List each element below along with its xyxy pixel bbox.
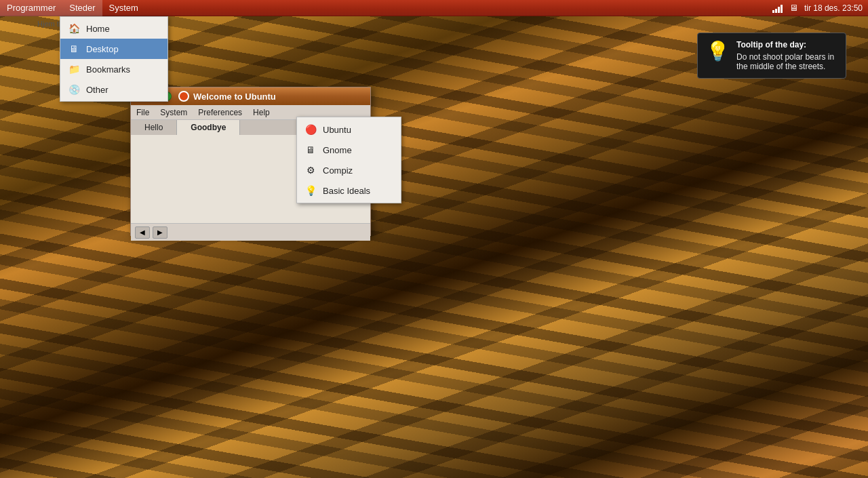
places-desktop[interactable]: 🖥 Desktop	[60, 39, 167, 59]
menu-programmer[interactable]: Programmer	[0, 0, 62, 16]
goodbye-compiz[interactable]: ⚙ Compiz	[297, 160, 401, 180]
desktop-icon: 🖥	[67, 42, 81, 56]
places-other[interactable]: 💿 Other	[60, 79, 167, 100]
display-icon: 🖥	[788, 2, 800, 14]
win-menu-file[interactable]: File	[131, 105, 155, 120]
ideals-icon: 💡	[304, 184, 317, 197]
tooltip-bulb-icon: 💡	[706, 40, 730, 71]
places-dropdown: 🏠 Home 🖥 Desktop 📁 Bookmarks 💿 Other	[60, 16, 168, 102]
welcome-title: Welcome to Ubuntu	[178, 91, 276, 102]
tooltip-title: Tooltip of the day:	[736, 40, 837, 49]
places-home[interactable]: 🏠 Home	[60, 18, 167, 39]
ubuntu-icon: 🔴	[304, 123, 317, 136]
menu-system[interactable]: System	[102, 0, 145, 16]
goodbye-dropdown: 🔴 Ubuntu 🖥 Gnome ⚙ Compiz 💡 Basic Ideals	[296, 117, 401, 203]
menubar-right: 🖥 tir 18 des. 23:50	[772, 2, 868, 14]
win-menu-preferences[interactable]: Preferences	[193, 105, 248, 120]
gnome-icon: 🖥	[304, 143, 317, 157]
nav-forward-button[interactable]: ▶	[153, 226, 167, 239]
tab-hello[interactable]: Hello	[131, 120, 177, 135]
other-icon: 💿	[67, 83, 81, 96]
goodbye-gnome[interactable]: 🖥 Gnome	[297, 140, 401, 160]
places-bookmarks[interactable]: 📁 Bookmarks	[60, 59, 167, 79]
tab-goodbye[interactable]: Goodbye	[177, 120, 240, 135]
goodbye-basic-ideals[interactable]: 💡 Basic Ideals	[297, 180, 401, 201]
welcome-bottom: ◀ ▶	[131, 223, 370, 241]
win-menu-help[interactable]: Help	[248, 105, 275, 120]
clock: tir 18 des. 23:50	[804, 3, 863, 13]
nav-back-button[interactable]: ◀	[135, 226, 150, 239]
compiz-icon: ⚙	[304, 163, 317, 177]
tooltip: 💡 Tooltip of the day: Do not shoot polar…	[697, 33, 846, 79]
ubuntu-logo-icon	[178, 91, 189, 102]
desktop: Programmer Steder System 🖥 tir 18 des. 2…	[0, 0, 868, 478]
goodbye-ubuntu[interactable]: 🔴 Ubuntu	[297, 119, 401, 140]
tooltip-body: Do not shoot polar bears in the middle o…	[736, 52, 834, 71]
win-menu-system[interactable]: System	[155, 105, 193, 120]
menu-steder[interactable]: Steder	[62, 0, 102, 16]
menubar: Programmer Steder System 🖥 tir 18 des. 2…	[0, 0, 868, 16]
home-icon: 🏠	[67, 22, 81, 35]
tooltip-text: Tooltip of the day: Do not shoot polar b…	[736, 40, 837, 71]
network-icon	[772, 2, 784, 14]
bookmarks-icon: 📁	[67, 62, 81, 76]
